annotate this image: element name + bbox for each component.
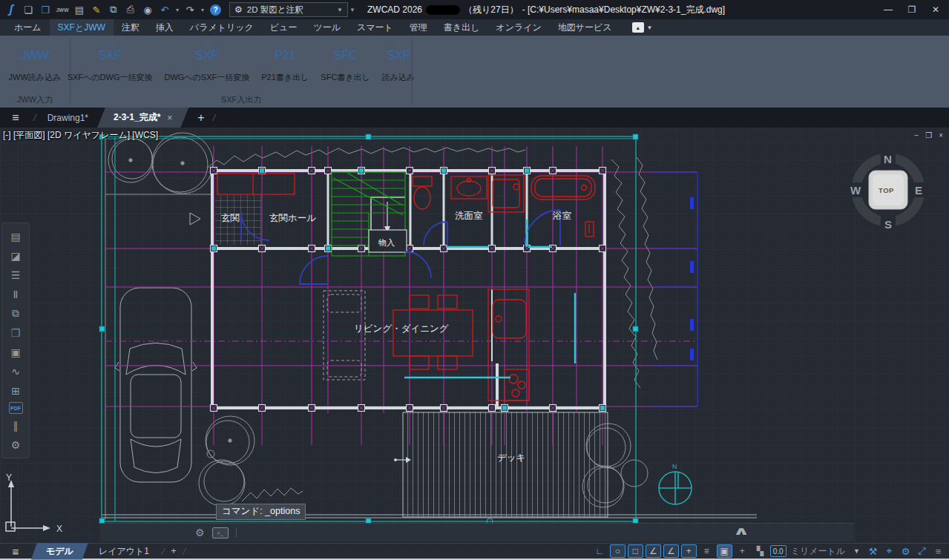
annotation-visibility-icon[interactable]: ▚ bbox=[752, 544, 768, 558]
units-precision-badge[interactable]: 0.0 bbox=[770, 545, 787, 557]
dwg-batch-to-sxf-label: DWGへのSXF一括変換 bbox=[164, 72, 249, 83]
dwg-batch-to-sxf-button[interactable]: ↑↑↑ SXF DWGへのSXF一括変換 bbox=[158, 39, 255, 83]
viewport-controls-label[interactable]: [-] [平面図] [2D ワイヤフレーム] [WCS] bbox=[3, 129, 158, 142]
print-icon[interactable]: ⎙ bbox=[122, 2, 139, 17]
sxf-batch-to-dwg-button[interactable]: ↓↓↓ SXF SXFへのDWG一括変換 bbox=[62, 39, 159, 83]
paste-blocks-icon[interactable]: ❒ bbox=[7, 325, 24, 340]
viewport-minimize-icon[interactable]: − bbox=[914, 131, 919, 139]
compass-west[interactable]: W bbox=[850, 184, 861, 197]
workspace-dropdown[interactable]: ⚙ 2D 製図と注釈 ▼ bbox=[229, 2, 348, 17]
ortho-mode-icon[interactable]: ∟ bbox=[592, 544, 608, 558]
command-line-dock[interactable]: ⚙ >_ ∧ bbox=[100, 523, 854, 541]
qat-customize-icon[interactable]: ▼ bbox=[349, 2, 356, 17]
status-tools: ⚒⌖⚙⤢≡ bbox=[866, 544, 945, 558]
tab-online[interactable]: オンライン bbox=[487, 19, 549, 36]
lineweight-icon[interactable]: ≡ bbox=[699, 544, 715, 558]
angle-snap-icon[interactable]: ∠ bbox=[646, 544, 661, 558]
tab-home[interactable]: ホーム bbox=[6, 19, 50, 36]
parallel-tool-icon[interactable]: ∥ bbox=[7, 418, 24, 433]
annotation-scale-icon[interactable]: + bbox=[735, 544, 750, 558]
selection-options-icon[interactable]: ⌖ bbox=[882, 544, 896, 558]
copy-icon[interactable]: ⧉ bbox=[105, 2, 122, 17]
object-snap-icon[interactable]: □ bbox=[628, 544, 643, 558]
ribbon-collapse-up-icon[interactable]: ▲ bbox=[632, 22, 644, 33]
compass-east[interactable]: E bbox=[915, 184, 922, 197]
polyline-tool-icon[interactable]: ∿ bbox=[7, 363, 24, 379]
tab-insert[interactable]: 挿入 bbox=[148, 19, 182, 36]
sxf-import-big-label: SXF bbox=[387, 49, 410, 67]
snap-tracking-icon[interactable]: + bbox=[681, 544, 697, 558]
document-menu-icon[interactable]: ≡ bbox=[0, 111, 31, 125]
tab-mapservice[interactable]: 地図サービス bbox=[550, 19, 620, 36]
p21-export-button[interactable]: ↓ P21 P21書き出し bbox=[255, 39, 315, 83]
tab-annotate[interactable]: 注釈 bbox=[114, 19, 148, 36]
tab-layout1[interactable]: レイアウト1 bbox=[88, 543, 160, 560]
sxf-big-label2: SXF bbox=[195, 49, 218, 67]
sfc-export-button[interactable]: ↓ SFC SFC書き出し bbox=[315, 39, 376, 83]
layer-manager-icon[interactable]: ▤ bbox=[7, 228, 24, 244]
tab-export[interactable]: 書き出し bbox=[436, 19, 488, 36]
image-attach-icon[interactable]: ▣ bbox=[7, 344, 24, 360]
compass-top-button[interactable]: TOP bbox=[879, 186, 894, 194]
close-button[interactable]: ✕ bbox=[925, 2, 946, 17]
object-snap-tool-icon[interactable]: ◪ bbox=[7, 248, 24, 263]
ribbon-collapse-down-icon[interactable]: ▼ bbox=[647, 24, 653, 31]
undo-icon[interactable]: ↶ bbox=[157, 2, 173, 17]
smart-tools-icon[interactable]: ⚒ bbox=[866, 544, 880, 558]
command-window-icon[interactable]: >_ bbox=[212, 527, 229, 538]
save-icon[interactable]: ▤ bbox=[71, 2, 88, 17]
save-as-icon[interactable]: ✎ bbox=[88, 2, 105, 17]
jww-import-button[interactable]: ↑ JWW JWW読み込み bbox=[3, 39, 68, 83]
tab-manage[interactable]: 管理 bbox=[401, 19, 436, 36]
redo-caret-icon[interactable]: ▾ bbox=[199, 2, 206, 17]
dynamic-input-icon[interactable]: ∠ bbox=[663, 544, 679, 558]
palette-settings-icon[interactable]: ⚙ bbox=[7, 437, 24, 452]
ribbon-collapse-control[interactable]: ▲ ▼ bbox=[632, 22, 653, 33]
polar-tracking-icon[interactable]: ○ bbox=[610, 544, 625, 558]
ribbon-group-sxf-io: ↓↓↓ SXF SXFへのDWG一括変換 ↑↑↑ SXF DWGへのSXF一括変… bbox=[70, 36, 412, 108]
restore-button[interactable]: ❐ bbox=[902, 2, 922, 17]
left-tool-palette: ▤◪☰Ⅱ⧉❒▣∿⊞PDF∥⚙ bbox=[1, 223, 30, 458]
layout-menu-icon[interactable]: ≡ bbox=[0, 545, 31, 558]
group-label-sxf-io: SXF入出力 bbox=[70, 93, 412, 108]
linetype-list-icon[interactable]: ☰ bbox=[7, 267, 24, 283]
redo-icon[interactable]: ↷ bbox=[182, 2, 198, 17]
tab-smart[interactable]: スマート bbox=[349, 19, 401, 36]
block-library-icon[interactable]: ⧉ bbox=[7, 306, 24, 321]
tab-parametric[interactable]: パラメトリック bbox=[182, 19, 262, 36]
tab-tools[interactable]: ツール bbox=[305, 19, 349, 36]
add-layout-button[interactable]: + bbox=[167, 544, 181, 559]
doc-tab-completed-drawing[interactable]: 2-3-1_完成* × bbox=[97, 108, 188, 128]
viewport-tool-icon[interactable]: ⊞ bbox=[7, 383, 24, 398]
minimize-button[interactable]: — bbox=[878, 2, 899, 17]
preview-icon[interactable]: ◉ bbox=[139, 2, 156, 17]
settings-gear-icon[interactable]: ⚙ bbox=[899, 544, 913, 558]
tab-sxf-jww[interactable]: SXFとJWW bbox=[50, 19, 114, 36]
compass-south[interactable]: S bbox=[884, 218, 892, 231]
viewport-close-icon[interactable]: × bbox=[939, 131, 943, 139]
pdf-export-icon[interactable]: PDF bbox=[9, 402, 23, 414]
doc-tab-drawing1[interactable]: Drawing1* bbox=[39, 109, 97, 127]
jww-import-icon[interactable]: JWW bbox=[54, 2, 70, 17]
fullscreen-icon[interactable]: ⤢ bbox=[915, 544, 929, 558]
tab-model[interactable]: モデル bbox=[31, 543, 88, 560]
undo-caret-icon[interactable]: ▾ bbox=[174, 2, 181, 17]
drawing-canvas[interactable]: N Y X 玄関 玄関ホール 物入 洗面室 浴室 リビング・ダイニング デッキ bbox=[0, 128, 949, 543]
status-menu-icon[interactable]: ≡ bbox=[931, 544, 945, 558]
new-tab-button[interactable]: + bbox=[197, 111, 204, 125]
app-logo-icon[interactable]: ʃ bbox=[3, 2, 19, 17]
close-tab-icon[interactable]: × bbox=[167, 113, 172, 123]
tab-view[interactable]: ビュー bbox=[262, 19, 306, 36]
expand-dock-chevron-icon[interactable]: ∧ bbox=[733, 524, 750, 538]
help-icon[interactable]: ? bbox=[210, 4, 221, 16]
units-dropdown-icon[interactable]: ▼ bbox=[853, 547, 860, 555]
new-file-icon[interactable]: ❏ bbox=[20, 2, 36, 17]
column-tool-icon[interactable]: Ⅱ bbox=[7, 286, 24, 302]
sxf-import-button[interactable]: ↑ SXF 読み込み bbox=[376, 39, 421, 83]
command-settings-icon[interactable]: ⚙ bbox=[195, 527, 205, 538]
drafting-toggles: ∟○□∠∠+≡▣+▚ bbox=[592, 544, 768, 558]
open-folder-icon[interactable]: ❒ bbox=[37, 2, 53, 17]
compass-north[interactable]: N bbox=[884, 153, 892, 165]
dynamic-ucs-icon[interactable]: ▣ bbox=[717, 544, 732, 558]
viewport-restore-icon[interactable]: ❐ bbox=[925, 131, 932, 139]
